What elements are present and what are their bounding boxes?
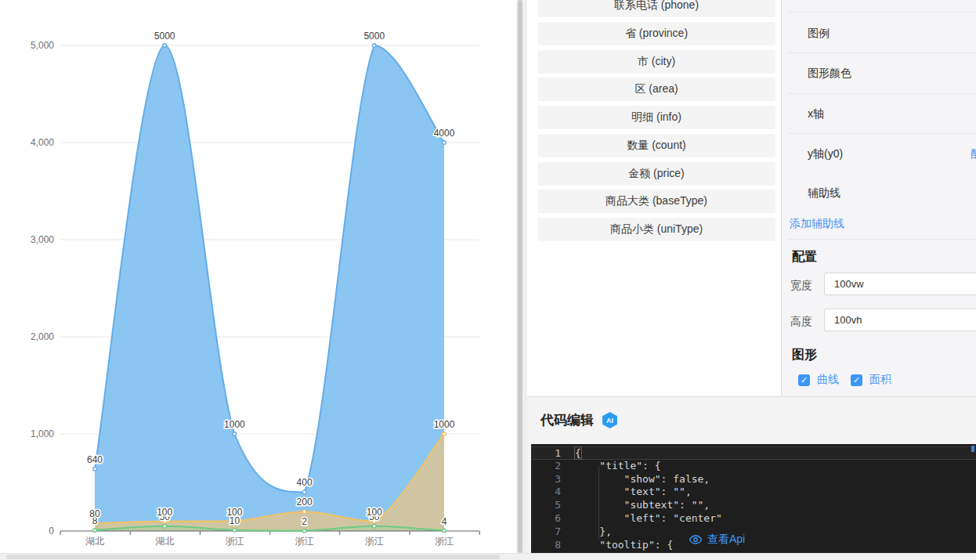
y-tick-label: 1,000 [31,428,54,439]
chart-settings-panel: 图例图形颜色x轴y轴(y0)辅助线 添加辅助线 配 配置 宽度 高度 图形 ✓ … [781,0,976,396]
field-item[interactable]: 联系电话 (phone) [537,0,775,17]
width-label: 宽度 [790,279,812,293]
line-code: { [575,447,581,459]
data-point [373,525,377,529]
config-heading: 配置 [792,249,817,266]
dataset-fields-panel: 联系电话 (phone)省 (province)市 (city)区 (area)… [527,0,781,396]
data-point [302,529,306,533]
area-checkbox[interactable]: ✓ [851,374,862,386]
x-tick-label: 浙江 [435,536,454,547]
minimap-marker [971,446,974,452]
divider [788,52,976,53]
chart-builder-app: 01,0002,0003,0004,0005,000湖北湖北浙江浙江浙江浙江85… [0,0,976,560]
curve-checkbox-label[interactable]: 曲线 [817,373,839,387]
line-number: 1 [531,447,561,459]
data-label: 5000 [363,31,385,42]
editor-line[interactable]: 1{ [531,446,976,460]
field-item[interactable]: 明细 (info) [537,106,775,129]
series-area [95,45,444,531]
area-chart-svg: 01,0002,0003,0004,0005,000湖北湖北浙江浙江浙江浙江85… [0,0,515,553]
settings-row[interactable]: 辅助线 [808,186,840,202]
data-point [93,529,97,533]
data-label: 1000 [224,419,245,430]
height-input[interactable] [824,309,976,331]
line-number: 4 [531,486,561,499]
shape-options-row: ✓ 曲线 ✓ 面积 [798,373,891,387]
code-edit-title: 代码编辑 [540,411,594,429]
data-label: 100 [157,507,172,518]
divider [788,12,976,13]
height-label: 高度 [790,315,812,329]
curve-checkbox[interactable]: ✓ [798,374,810,386]
view-api-link[interactable]: 查看Api [689,533,745,547]
line-number: 8 [531,539,561,552]
data-label: 1000 [434,419,455,430]
y-tick-label: 0 [49,526,54,537]
x-tick-label: 湖北 [85,536,104,547]
data-point [233,528,237,532]
field-item[interactable]: 省 (province) [537,22,775,45]
line-code: "show": false, [575,473,710,486]
horizontal-scrollbar-thumb[interactable] [6,555,500,559]
data-label: 640 [87,454,103,465]
vertical-scrollbar[interactable] [516,0,527,553]
vertical-scrollbar-thumb[interactable] [518,0,522,553]
data-point [443,529,446,533]
data-point [443,141,446,145]
eye-icon [689,535,702,544]
line-code: "tooltip": { [575,539,673,552]
data-point [93,467,97,471]
data-label: 100 [367,507,382,518]
line-number: 2 [531,460,561,473]
data-label: 4 [442,516,447,527]
area-chart-preview[interactable]: 01,0002,0003,0004,0005,000湖北湖北浙江浙江浙江浙江85… [0,0,515,553]
settings-row[interactable]: y轴(y0) [808,147,843,163]
line-code: "text": "", [575,486,692,499]
x-tick-label: 湖北 [155,536,174,547]
code-edit-header: 代码编辑 AI [540,411,618,429]
data-point [302,490,306,494]
field-item[interactable]: 数量 (count) [537,134,775,157]
json-code-editor[interactable]: 1{2 "title": {3 "show": false,4 "text": … [531,444,976,555]
line-code: "left": "center" [575,512,722,526]
width-input[interactable] [824,273,976,295]
data-point [163,44,167,48]
indent-guide [598,466,599,540]
data-point [163,525,167,529]
data-label: 200 [297,497,313,508]
field-item[interactable]: 商品大类 (baseType) [537,190,775,213]
settings-row[interactable]: x轴 [808,107,824,123]
data-point [233,432,237,436]
ai-icon[interactable]: AI [602,412,618,428]
data-label: 100 [226,507,242,518]
line-number: 3 [531,473,561,486]
settings-row[interactable]: 图例 [808,27,830,42]
divider [788,93,976,94]
x-tick-label: 浙江 [225,536,244,547]
line-number: 5 [531,499,561,512]
data-point [373,44,377,48]
field-item[interactable]: 商品小类 (uniType) [537,218,775,241]
y-tick-label: 5,000 [31,40,54,51]
horizontal-scrollbar[interactable] [0,553,976,560]
x-tick-label: 浙江 [295,536,314,547]
field-item[interactable]: 金额 (price) [537,162,775,186]
line-number: 7 [531,526,561,539]
y-tick-label: 3,000 [31,234,54,245]
data-label: 400 [297,477,313,488]
add-guide-line-link[interactable]: 添加辅助线 [790,217,844,231]
x-tick-label: 浙江 [365,536,384,547]
editor-line[interactable]: 8 "tooltip": { [531,539,976,552]
settings-row[interactable]: 图形颜色 [808,67,851,82]
data-point [443,432,446,436]
y-tick-label: 4,000 [31,137,54,148]
divider [788,133,976,134]
data-label: 2 [302,516,307,527]
data-label: 4000 [434,128,455,139]
data-label: 80 [89,508,100,519]
data-point [302,510,306,514]
field-item[interactable]: 区 (area) [537,78,775,101]
clipped-link-fragment[interactable]: 配 [971,147,976,161]
field-item[interactable]: 市 (city) [537,50,775,74]
area-checkbox-label[interactable]: 面积 [869,373,891,387]
